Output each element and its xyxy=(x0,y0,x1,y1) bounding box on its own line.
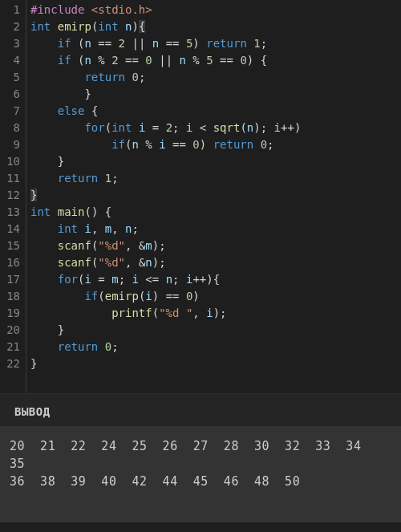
line-number: 13 xyxy=(0,204,26,221)
code-line[interactable]: int emirp(int n){ xyxy=(30,18,401,35)
line-number: 15 xyxy=(0,238,26,254)
line-number: 8 xyxy=(0,120,26,136)
output-line: 20 21 22 24 25 26 27 28 30 32 33 34 35 xyxy=(10,437,391,473)
code-line[interactable]: return 0; xyxy=(30,69,401,86)
code-line[interactable]: scanf("%d", &m); xyxy=(30,238,401,254)
line-number: 21 xyxy=(0,339,26,355)
code-line[interactable]: else { xyxy=(30,103,401,120)
code-line[interactable]: if(n % i == 0) return 0; xyxy=(30,136,401,153)
line-number: 10 xyxy=(0,153,26,170)
code-line[interactable]: for(i = m; i <= n; i++){ xyxy=(30,271,401,288)
line-number: 7 xyxy=(0,103,26,120)
code-line[interactable]: return 1; xyxy=(30,170,401,187)
line-number: 9 xyxy=(0,136,26,153)
code-line[interactable]: int main() { xyxy=(30,204,401,221)
output-line: 36 38 39 40 42 44 45 46 48 50 xyxy=(10,473,391,490)
code-line[interactable]: } xyxy=(30,355,401,372)
code-line[interactable]: if (n == 2 || n == 5) return 1; xyxy=(30,35,401,52)
code-line[interactable]: for(int i = 2; i < sqrt(n); i++) xyxy=(30,120,401,136)
line-number: 19 xyxy=(0,305,26,322)
line-number: 6 xyxy=(0,86,26,103)
output-header: ВЫВОД xyxy=(0,394,401,426)
line-number: 14 xyxy=(0,221,26,238)
code-editor[interactable]: 12345678910111213141516171819202122 #inc… xyxy=(0,0,401,393)
code-line[interactable]: } xyxy=(30,187,401,204)
code-area[interactable]: #include <stdio.h>int emirp(int n){ if (… xyxy=(26,0,401,393)
output-panel: ВЫВОД 20 21 22 24 25 26 27 28 30 32 33 3… xyxy=(0,393,401,522)
line-number: 16 xyxy=(0,254,26,271)
line-number: 1 xyxy=(0,2,26,18)
code-line[interactable]: #include <stdio.h> xyxy=(30,2,401,18)
code-line[interactable]: } xyxy=(30,322,401,339)
code-line[interactable]: if(emirp(i) == 0) xyxy=(30,288,401,305)
line-number-gutter: 12345678910111213141516171819202122 xyxy=(0,0,26,393)
line-number: 2 xyxy=(0,18,26,35)
code-line[interactable]: printf("%d ", i); xyxy=(30,305,401,322)
code-line[interactable]: return 0; xyxy=(30,339,401,355)
code-line[interactable]: if (n % 2 == 0 || n % 5 == 0) { xyxy=(30,52,401,69)
line-number: 4 xyxy=(0,52,26,69)
line-number: 18 xyxy=(0,288,26,305)
line-number: 12 xyxy=(0,187,26,204)
line-number: 11 xyxy=(0,170,26,187)
code-line[interactable]: int i, m, n; xyxy=(30,221,401,238)
output-body: 20 21 22 24 25 26 27 28 30 32 33 34 35 3… xyxy=(0,426,401,522)
line-number: 5 xyxy=(0,69,26,86)
code-line[interactable]: } xyxy=(30,86,401,103)
line-number: 20 xyxy=(0,322,26,339)
line-number: 3 xyxy=(0,35,26,52)
line-number: 22 xyxy=(0,355,26,372)
code-line[interactable]: } xyxy=(30,153,401,170)
line-number: 17 xyxy=(0,271,26,288)
code-line[interactable]: scanf("%d", &n); xyxy=(30,254,401,271)
